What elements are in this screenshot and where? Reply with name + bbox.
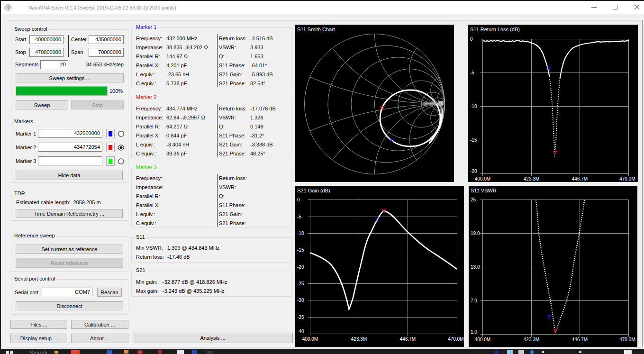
- svg-text:-5: -5: [470, 70, 474, 75]
- svg-text:-15: -15: [297, 247, 304, 253]
- svg-text:-30: -30: [297, 298, 304, 303]
- svg-text:470.0M: 470.0M: [448, 336, 463, 342]
- svg-text:-20: -20: [470, 169, 477, 174]
- svg-text:-10: -10: [470, 104, 477, 109]
- svg-text:-35: -35: [297, 315, 304, 320]
- svg-text:S11 VSWR: S11 VSWR: [471, 188, 497, 193]
- svg-text:-25: -25: [297, 281, 304, 286]
- svg-text:423.3M: 423.3M: [524, 176, 539, 182]
- svg-text:-5: -5: [297, 214, 301, 219]
- svg-text:19.0: 19.0: [471, 231, 480, 236]
- svg-text:470.0M: 470.0M: [619, 176, 635, 182]
- svg-text:1.0: 1.0: [471, 329, 477, 335]
- svg-text:470.0M: 470.0M: [619, 337, 635, 342]
- svg-text:400.0M: 400.0M: [475, 337, 490, 342]
- svg-text:13.0: 13.0: [471, 264, 480, 270]
- svg-text:7.0: 7.0: [471, 298, 477, 303]
- svg-text:423.3M: 423.3M: [351, 336, 367, 342]
- svg-text:400.0M: 400.0M: [302, 336, 318, 342]
- svg-text:400.0M: 400.0M: [475, 176, 490, 182]
- svg-text:-10: -10: [297, 231, 304, 236]
- svg-text:S11 Return Loss (dB): S11 Return Loss (dB): [470, 27, 520, 32]
- svg-text:0: 0: [297, 197, 300, 202]
- svg-text:446.7M: 446.7M: [572, 337, 588, 342]
- svg-text:423.3M: 423.3M: [524, 337, 539, 342]
- svg-text:-15: -15: [470, 137, 477, 143]
- svg-text:25: 25: [471, 197, 476, 202]
- svg-text:446.7M: 446.7M: [400, 336, 416, 342]
- svg-text:S11 Smith Chart: S11 Smith Chart: [297, 27, 335, 32]
- svg-text:-20: -20: [297, 264, 304, 270]
- svg-text:S21 Gain (dB): S21 Gain (dB): [297, 188, 330, 193]
- svg-text:-40: -40: [297, 329, 304, 334]
- svg-text:446.7M: 446.7M: [572, 176, 588, 182]
- svg-text:0: 0: [470, 36, 473, 42]
